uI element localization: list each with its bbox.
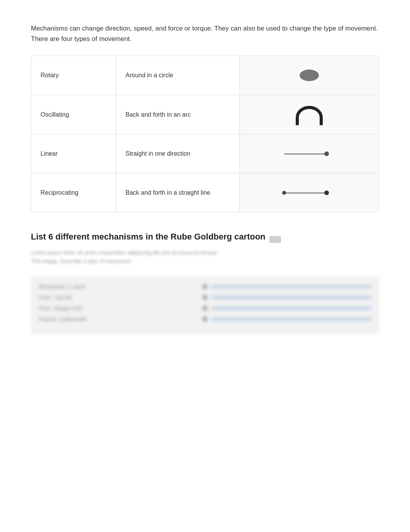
description-oscillating: Back and forth in an arc [116, 95, 240, 134]
type-name-reciprocating: Reciprocating [31, 173, 116, 212]
description-rotary: Around in a circle [116, 56, 240, 95]
section2-subtext2: This image, Describe a type of movement [31, 258, 379, 264]
icon-cell-oscillating [240, 95, 379, 134]
blurred-row-1: Mechanism 1 name [39, 284, 371, 290]
section2-heading: List 6 different mechanisms in the Rube … [31, 232, 266, 242]
blurred-row-3: From: Region mid [39, 305, 371, 311]
type-name-oscillating: Oscillating [31, 95, 116, 134]
icon-cell-linear [240, 134, 379, 173]
dot-icon-4 [202, 316, 208, 322]
dot-icon-3 [202, 306, 208, 311]
blurred-form-section: Mechanism 1 name From: Top left From: Re… [31, 276, 379, 335]
oscillating-arc-icon [296, 106, 323, 123]
description-linear: Straight in one direction [116, 134, 240, 173]
icon-cell-rotary [240, 56, 379, 95]
blurred-input-2 [211, 296, 371, 299]
blurred-label-1: Mechanism 1 name [39, 284, 199, 290]
movements-table: Rotary Around in a circle Oscillating Ba… [31, 56, 379, 212]
blurred-label-4: Passes: underneath [39, 316, 199, 322]
intro-paragraph: Mechanisms can change direction, speed, … [31, 23, 379, 44]
blurred-label-2: From: Top left [39, 294, 199, 301]
blurred-input-1 [211, 285, 371, 289]
dot-icon-1 [202, 284, 208, 289]
rotary-icon [300, 70, 319, 81]
blurred-label-3: From: Region mid [39, 305, 199, 311]
type-name-linear: Linear [31, 134, 116, 173]
reciprocating-motion-icon [284, 192, 334, 194]
blurred-row-2: From: Top left [39, 294, 371, 301]
icon-cell-reciprocating [240, 173, 379, 212]
blurred-row-4: Passes: underneath [39, 316, 371, 322]
link-badge-icon [269, 236, 281, 243]
table-row: Oscillating Back and forth in an arc [31, 95, 379, 134]
table-row: Reciprocating Back and forth in a straig… [31, 173, 379, 212]
description-reciprocating: Back and forth in a straight line [116, 173, 240, 212]
table-row: Rotary Around in a circle [31, 56, 379, 95]
type-name-rotary: Rotary [31, 56, 116, 95]
linear-motion-icon [284, 153, 334, 155]
section2: List 6 different mechanisms in the Rube … [31, 232, 379, 335]
dot-icon-2 [202, 295, 208, 300]
section2-subtext1: Lorem ipsum dolor sit amet consectetur a… [31, 250, 379, 256]
blurred-input-3 [211, 306, 371, 310]
table-row: Linear Straight in one direction [31, 134, 379, 173]
blurred-input-4 [211, 317, 371, 321]
